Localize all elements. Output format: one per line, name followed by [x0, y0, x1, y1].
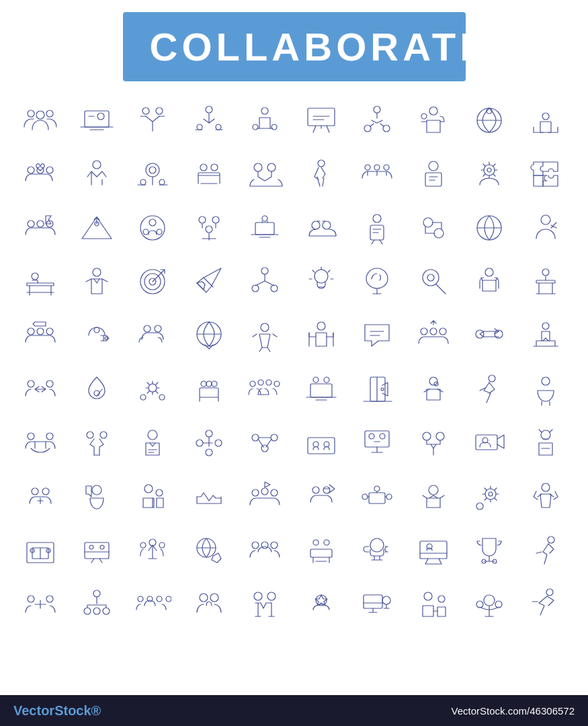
svg-point-119 [28, 433, 34, 440]
icon-board-meeting [70, 524, 124, 577]
svg-point-112 [324, 377, 329, 382]
icon-click-together [70, 416, 124, 470]
svg-point-143 [42, 488, 49, 495]
svg-point-0 [28, 110, 34, 117]
svg-point-43 [487, 168, 491, 172]
icon-mountain-goal [70, 201, 124, 255]
icon-trophy-team [462, 524, 516, 577]
icon-idea-person [294, 255, 348, 309]
svg-point-16 [383, 125, 390, 132]
icon-globe-deal [182, 524, 236, 577]
svg-point-118 [542, 377, 550, 385]
svg-rect-199 [364, 595, 382, 608]
svg-point-107 [258, 380, 263, 385]
icon-group-meeting [182, 201, 236, 255]
icon-celebrate [238, 309, 292, 362]
svg-point-100 [140, 395, 146, 400]
svg-point-12 [271, 124, 277, 130]
svg-point-25 [46, 167, 53, 173]
svg-point-15 [364, 125, 371, 132]
svg-rect-177 [310, 549, 332, 557]
svg-point-17 [429, 107, 437, 115]
icon-support-person [407, 470, 460, 524]
svg-rect-113 [370, 377, 385, 401]
svg-point-115 [429, 377, 437, 385]
svg-point-76 [427, 274, 434, 281]
svg-point-196 [254, 592, 262, 600]
svg-point-137 [423, 432, 431, 440]
icon-gear-work [462, 470, 516, 524]
svg-point-128 [252, 434, 259, 441]
svg-point-24 [37, 167, 44, 173]
page-title: COLLABORATION [150, 24, 439, 69]
icon-airplane-launch [182, 255, 236, 309]
svg-point-201 [424, 592, 432, 600]
icon-meeting-room [13, 524, 67, 577]
svg-rect-13 [308, 108, 335, 126]
svg-point-74 [314, 270, 328, 283]
svg-point-186 [93, 590, 100, 597]
icon-group-talk [13, 309, 67, 362]
svg-point-61 [423, 218, 433, 227]
svg-point-160 [542, 483, 550, 491]
svg-point-125 [206, 430, 212, 437]
icon-exchange [462, 309, 516, 362]
svg-point-178 [370, 538, 384, 552]
icon-gear-people [462, 147, 516, 201]
svg-point-185 [46, 596, 53, 602]
footer-url: VectorStock.com/46306572 [452, 705, 575, 717]
icon-desk-team [182, 147, 236, 201]
svg-point-142 [32, 488, 38, 495]
icon-table-groups [350, 470, 404, 524]
svg-point-105 [212, 381, 217, 387]
svg-point-146 [156, 489, 163, 496]
svg-point-193 [166, 596, 171, 602]
svg-point-50 [143, 229, 149, 235]
icon-deal-shake [182, 470, 236, 524]
icon-business-man [70, 255, 124, 309]
svg-point-155 [374, 486, 380, 491]
icon-world-connect [462, 201, 516, 255]
icon-helping-hand [13, 416, 67, 470]
svg-rect-179 [420, 541, 447, 559]
svg-rect-3 [85, 111, 109, 127]
icon-three-people [238, 524, 292, 577]
svg-point-114 [381, 388, 384, 391]
svg-point-108 [266, 380, 271, 385]
svg-point-167 [100, 545, 104, 549]
svg-rect-55 [255, 223, 274, 235]
svg-point-28 [149, 167, 156, 173]
icon-chat-worker [70, 470, 124, 524]
icon-teamwork [13, 93, 67, 147]
svg-point-89 [317, 322, 325, 330]
svg-point-10 [261, 108, 268, 114]
icon-team-cheer [126, 524, 179, 577]
svg-point-20 [487, 108, 492, 114]
svg-point-111 [313, 377, 319, 382]
svg-rect-131 [308, 438, 335, 454]
svg-point-9 [216, 124, 221, 130]
icon-team-raise [407, 309, 460, 362]
icon-walk-away [519, 524, 573, 577]
icon-drop-deploy [70, 362, 124, 416]
svg-point-27 [146, 163, 159, 177]
svg-point-156 [429, 485, 438, 495]
svg-point-106 [250, 381, 255, 387]
svg-point-5 [142, 108, 149, 114]
svg-point-58 [323, 221, 331, 229]
svg-rect-152 [369, 493, 385, 503]
icon-globe-handshake [182, 309, 236, 362]
svg-point-145 [144, 485, 153, 493]
icon-mentor [126, 470, 179, 524]
svg-point-120 [46, 433, 53, 440]
icon-podium [519, 93, 573, 147]
icon-walking-person [294, 147, 348, 201]
icon-video-conference [462, 416, 516, 470]
svg-point-88 [261, 323, 269, 331]
icon-agreement [238, 147, 292, 201]
icon-speaker [350, 201, 404, 255]
svg-point-18 [421, 114, 427, 119]
svg-point-127 [206, 449, 212, 456]
icon-desk-person [519, 255, 573, 309]
icon-target-dart [126, 255, 179, 309]
